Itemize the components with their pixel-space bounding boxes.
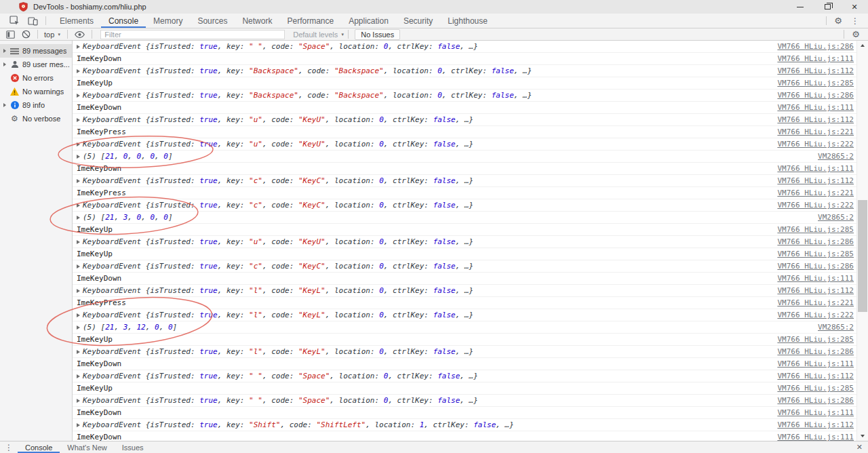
drawer-close-icon[interactable]: ✕ xyxy=(851,443,868,452)
clear-console-icon[interactable] xyxy=(18,30,34,39)
source-link[interactable]: VM766 HLiu.js:111 xyxy=(777,433,854,441)
source-link[interactable]: VM766 HLiu.js:222 xyxy=(777,140,854,149)
source-link[interactable]: VM766 HLiu.js:112 xyxy=(777,372,854,380)
source-link[interactable]: VM766 HLiu.js:286 xyxy=(777,237,854,246)
source-link[interactable]: VM766 HLiu.js:112 xyxy=(777,420,854,429)
tab-application[interactable]: Application xyxy=(341,14,396,28)
source-link[interactable]: VM766 HLiu.js:285 xyxy=(777,250,854,258)
drawer-tab-issues[interactable]: Issues xyxy=(115,441,151,453)
log-message: ImeKeyUp xyxy=(77,79,772,87)
filter-input[interactable] xyxy=(100,30,285,39)
expand-triangle-icon[interactable] xyxy=(77,326,80,330)
drawer-tab-what-s-new[interactable]: What's New xyxy=(60,441,114,453)
expand-triangle-icon[interactable] xyxy=(77,179,80,183)
maximize-button[interactable] xyxy=(814,0,841,14)
scroll-up-arrow-icon[interactable] xyxy=(857,41,868,50)
sidebar-item-89-messages[interactable]: 89 messages xyxy=(0,44,72,58)
console-sidebar-toggle-icon[interactable] xyxy=(3,31,18,39)
vertical-scrollbar[interactable] xyxy=(856,41,868,441)
expand-triangle-icon[interactable] xyxy=(3,103,9,107)
sidebar-item-89-user-mes[interactable]: 89 user mes... xyxy=(0,58,72,71)
sidebar-item-no-warnings[interactable]: No warnings xyxy=(0,85,72,98)
source-link[interactable]: VM766 HLiu.js:221 xyxy=(777,298,854,307)
tab-elements[interactable]: Elements xyxy=(52,14,101,28)
tab-sources[interactable]: Sources xyxy=(190,14,235,28)
source-link[interactable]: VM766 HLiu.js:111 xyxy=(777,274,854,283)
expand-triangle-icon[interactable] xyxy=(77,374,80,378)
divider xyxy=(348,30,349,39)
expand-triangle-icon[interactable] xyxy=(77,313,80,317)
inspect-element-icon[interactable] xyxy=(5,16,24,26)
close-button[interactable]: ✕ xyxy=(841,0,868,14)
minimize-button[interactable] xyxy=(787,0,814,14)
expand-triangle-icon[interactable] xyxy=(77,216,80,220)
source-link[interactable]: VM766 HLiu.js:285 xyxy=(777,225,854,234)
source-link[interactable]: VM2865:2 xyxy=(818,152,854,161)
tab-performance[interactable]: Performance xyxy=(279,14,341,28)
sidebar-item-no-verbose[interactable]: ⚙No verbose xyxy=(0,112,72,125)
source-link[interactable]: VM766 HLiu.js:112 xyxy=(777,286,854,295)
source-link[interactable]: VM766 HLiu.js:286 xyxy=(777,91,854,100)
expand-triangle-icon[interactable] xyxy=(77,240,80,244)
source-link[interactable]: VM766 HLiu.js:111 xyxy=(777,408,854,417)
settings-gear-icon[interactable]: ⚙ xyxy=(830,16,846,26)
device-toolbar-icon[interactable] xyxy=(24,16,42,26)
tab-console[interactable]: Console xyxy=(101,14,146,28)
expand-triangle-icon[interactable] xyxy=(77,94,80,98)
console-row: KeyboardEvent {isTrusted: true, key: " "… xyxy=(73,370,856,382)
expand-triangle-icon[interactable] xyxy=(3,49,9,53)
tab-memory[interactable]: Memory xyxy=(146,14,190,28)
log-message: ImeKeyDown xyxy=(77,164,772,173)
sidebar-item-no-errors[interactable]: No errors xyxy=(0,71,72,85)
source-link[interactable]: VM766 HLiu.js:111 xyxy=(777,54,854,63)
source-link[interactable]: VM766 HLiu.js:286 xyxy=(777,347,854,356)
expand-triangle-icon[interactable] xyxy=(77,289,80,293)
console-row: KeyboardEvent {isTrusted: true, key: "Sh… xyxy=(73,419,856,431)
source-link[interactable]: VM766 HLiu.js:221 xyxy=(777,127,854,136)
live-expression-eye-icon[interactable] xyxy=(71,31,88,38)
javascript-context-dropdown[interactable]: top ▼ xyxy=(41,31,64,39)
expand-triangle-icon[interactable] xyxy=(77,399,80,403)
source-link[interactable]: VM766 HLiu.js:111 xyxy=(777,103,854,112)
expand-triangle-icon[interactable] xyxy=(77,203,80,208)
log-message: KeyboardEvent {isTrusted: true, key: "Ba… xyxy=(77,91,772,100)
source-link[interactable]: VM766 HLiu.js:285 xyxy=(777,335,854,344)
source-link[interactable]: VM766 HLiu.js:112 xyxy=(777,176,854,185)
tab-lighthouse[interactable]: Lighthouse xyxy=(440,14,495,28)
source-link[interactable]: VM2865:2 xyxy=(818,323,854,332)
source-link[interactable]: VM766 HLiu.js:285 xyxy=(777,384,854,393)
expand-triangle-icon[interactable] xyxy=(77,69,80,73)
console-settings-gear-icon[interactable]: ⚙ xyxy=(848,29,864,39)
expand-triangle-icon[interactable] xyxy=(77,264,80,269)
tab-network[interactable]: Network xyxy=(235,14,279,28)
expand-triangle-icon[interactable] xyxy=(3,62,9,66)
source-link[interactable]: VM766 HLiu.js:221 xyxy=(777,189,854,197)
sidebar-item-89-info[interactable]: 89 info xyxy=(0,98,72,112)
log-levels-dropdown[interactable]: Default levels ▼ xyxy=(293,31,344,39)
expand-triangle-icon[interactable] xyxy=(77,350,80,354)
source-link[interactable]: VM766 HLiu.js:111 xyxy=(777,359,854,368)
expand-triangle-icon[interactable] xyxy=(77,142,80,146)
source-link[interactable]: VM766 HLiu.js:286 xyxy=(777,262,854,271)
expand-triangle-icon[interactable] xyxy=(77,423,80,427)
expand-triangle-icon[interactable] xyxy=(77,118,80,122)
source-link[interactable]: VM766 HLiu.js:285 xyxy=(777,79,854,87)
source-link[interactable]: VM766 HLiu.js:222 xyxy=(777,201,854,210)
source-link[interactable]: VM766 HLiu.js:112 xyxy=(777,66,854,75)
more-options-kebab-icon[interactable]: ⋮ xyxy=(846,16,864,26)
source-link[interactable]: VM2865:2 xyxy=(818,213,854,222)
source-link[interactable]: VM766 HLiu.js:286 xyxy=(777,396,854,405)
source-link[interactable]: VM766 HLiu.js:286 xyxy=(777,42,854,51)
source-link[interactable]: VM766 HLiu.js:111 xyxy=(777,164,854,173)
tab-security[interactable]: Security xyxy=(396,14,440,28)
drawer-kebab-icon[interactable]: ⋮ xyxy=(0,443,18,452)
source-link[interactable]: VM766 HLiu.js:112 xyxy=(777,115,854,124)
expand-triangle-icon[interactable] xyxy=(77,45,80,49)
expand-triangle-icon[interactable] xyxy=(77,155,80,159)
drawer-tab-console[interactable]: Console xyxy=(18,441,60,453)
source-link[interactable]: VM766 HLiu.js:222 xyxy=(777,311,854,319)
issues-counter-button[interactable]: No Issues xyxy=(355,29,400,40)
scrollbar-thumb[interactable] xyxy=(858,200,867,312)
scroll-down-arrow-icon[interactable] xyxy=(857,431,868,441)
warning-icon xyxy=(9,87,20,96)
